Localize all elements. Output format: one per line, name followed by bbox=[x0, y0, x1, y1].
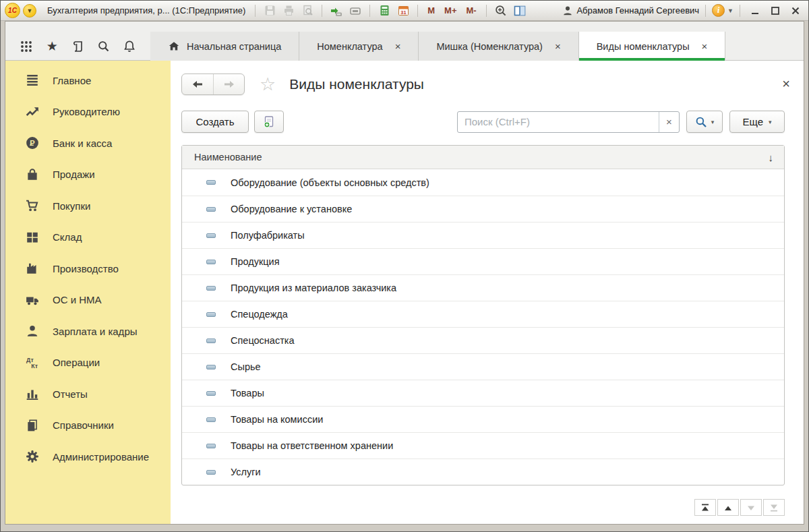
divider bbox=[255, 5, 256, 17]
apps-menu-icon[interactable] bbox=[19, 39, 34, 54]
maximize-button[interactable] bbox=[767, 3, 784, 18]
scroll-bottom-icon[interactable] bbox=[763, 499, 785, 516]
zoom-icon[interactable] bbox=[493, 3, 509, 19]
magnifier-icon bbox=[695, 116, 707, 128]
calculator-icon[interactable] bbox=[376, 3, 392, 19]
split-panel-icon[interactable] bbox=[512, 3, 528, 19]
memory-m-minus-button[interactable]: M- bbox=[463, 5, 480, 16]
sidebar-item-administration[interactable]: Администрирование bbox=[5, 441, 171, 473]
info-caret-icon[interactable]: ▼ bbox=[727, 7, 733, 14]
table-row[interactable]: Сырье bbox=[182, 353, 784, 380]
sidebar-item-fixed-assets[interactable]: ОС и НМА bbox=[5, 285, 171, 316]
row-label: Продукция bbox=[231, 256, 280, 267]
item-dash-icon bbox=[206, 286, 216, 291]
tab-nomenklatura[interactable]: Номенклатура × bbox=[299, 32, 418, 61]
print-preview-icon[interactable] bbox=[299, 3, 316, 19]
tab-home[interactable]: Начальная страница bbox=[150, 32, 299, 61]
minimize-button[interactable] bbox=[746, 3, 764, 18]
sidebar-item-sales[interactable]: Продажи bbox=[5, 159, 171, 191]
table-row[interactable]: Товары bbox=[182, 380, 784, 406]
sidebar-item-reports[interactable]: Отчеты bbox=[5, 378, 171, 410]
tab-strip: Начальная страница Номенклатура × Мишка … bbox=[150, 32, 725, 61]
search-options-button[interactable]: ▾ bbox=[686, 111, 723, 133]
item-dash-icon bbox=[206, 338, 216, 343]
window-frame: ★ Начальная страница bbox=[1, 21, 808, 531]
scroll-top-icon[interactable] bbox=[694, 499, 716, 516]
debit-credit-icon: ДтКт bbox=[26, 356, 39, 370]
favorites-star-icon[interactable]: ★ bbox=[44, 39, 59, 54]
window-title: Бухгалтерия предприятия, р... (1С:Предпр… bbox=[47, 5, 245, 16]
create-group-button[interactable] bbox=[254, 111, 284, 133]
create-button[interactable]: Создать bbox=[181, 111, 249, 133]
more-button[interactable]: Еще ▾ bbox=[729, 111, 785, 133]
sidebar-item-production[interactable]: Производство bbox=[5, 253, 171, 285]
sidebar-item-bank-cash[interactable]: Р Банк и касса bbox=[5, 127, 171, 159]
close-button[interactable] bbox=[787, 3, 804, 18]
table-row[interactable]: Спецоснастка bbox=[182, 327, 784, 353]
1c-logo: 1С bbox=[5, 3, 20, 18]
table-row[interactable]: Продукция bbox=[182, 248, 784, 274]
table-row[interactable]: Оборудование (объекты основных средств) bbox=[182, 169, 784, 196]
sidebar-item-directories[interactable]: Справочники bbox=[5, 410, 171, 442]
tab-close-icon[interactable]: × bbox=[702, 40, 708, 52]
sort-descending-icon[interactable]: ↓ bbox=[769, 152, 774, 163]
tab-close-icon[interactable]: × bbox=[395, 40, 401, 52]
table-row[interactable]: Товары на ответственном хранении bbox=[182, 432, 784, 459]
sidebar-item-warehouse[interactable]: Склад bbox=[5, 222, 171, 254]
memory-m-button[interactable]: M bbox=[424, 5, 438, 16]
scroll-down-icon[interactable] bbox=[740, 499, 762, 516]
back-button[interactable] bbox=[182, 74, 213, 94]
forward-button[interactable] bbox=[213, 74, 244, 94]
ruble-icon: Р bbox=[26, 136, 39, 150]
print-icon[interactable] bbox=[280, 3, 297, 19]
tab-close-icon[interactable]: × bbox=[555, 40, 561, 52]
trend-chart-icon bbox=[26, 105, 39, 119]
search-clear-icon[interactable]: × bbox=[659, 112, 679, 132]
tab-label: Начальная страница bbox=[187, 41, 281, 52]
column-header-name[interactable]: Наименование ↓ bbox=[182, 146, 784, 169]
form-toolbar: Создать × ▾ Еще bbox=[181, 111, 785, 133]
info-icon[interactable]: i bbox=[712, 4, 725, 17]
search-input[interactable] bbox=[458, 112, 659, 132]
sidebar-item-label: Операции bbox=[53, 357, 100, 368]
table-row[interactable]: Товары на комиссии bbox=[182, 406, 784, 432]
history-icon[interactable] bbox=[70, 39, 85, 54]
save-icon[interactable] bbox=[262, 3, 278, 19]
list-scroll-buttons bbox=[694, 499, 785, 516]
sidebar-item-manager[interactable]: Руководителю bbox=[5, 96, 171, 128]
divider bbox=[486, 5, 487, 17]
sidebar-item-operations[interactable]: ДтКт Операции bbox=[5, 347, 171, 379]
title-bar: 1С ▼ Бухгалтерия предприятия, р... (1С:П… bbox=[1, 1, 808, 21]
calendar-icon[interactable]: 31 bbox=[395, 3, 411, 19]
form-close-icon[interactable]: × bbox=[782, 77, 790, 90]
shopping-bag-icon bbox=[26, 168, 39, 181]
item-dash-icon bbox=[206, 365, 216, 370]
nomenclature-types-table: Наименование ↓ Оборудование (объекты осн… bbox=[181, 145, 785, 485]
sidebar-item-label: ОС и НМА bbox=[53, 294, 102, 305]
divider bbox=[322, 5, 322, 17]
search-icon[interactable] bbox=[96, 39, 111, 54]
tab-bar: ★ Начальная страница bbox=[5, 22, 804, 61]
tab-vidy-nomenklatury[interactable]: Виды номенклатуры × bbox=[578, 32, 726, 61]
item-dash-icon bbox=[206, 207, 216, 212]
import-file-icon[interactable] bbox=[328, 3, 344, 19]
table-row[interactable]: Продукция из материалов заказчика bbox=[182, 274, 784, 301]
tab-mishka-nomenklatura[interactable]: Мишка (Номенклатура) × bbox=[418, 32, 578, 61]
sidebar-item-salary-hr[interactable]: Зарплата и кадры bbox=[5, 316, 171, 347]
main-menu-button[interactable]: ▼ bbox=[23, 4, 36, 18]
memory-m-plus-button[interactable]: M+ bbox=[441, 5, 460, 16]
sidebar-item-purchases[interactable]: Покупки bbox=[5, 190, 171, 222]
item-dash-icon bbox=[206, 233, 216, 238]
table-row[interactable]: Оборудование к установке bbox=[182, 196, 784, 222]
notifications-bell-icon[interactable] bbox=[122, 39, 137, 54]
export-file-icon[interactable] bbox=[347, 3, 363, 19]
item-dash-icon bbox=[206, 444, 216, 448]
sidebar-item-main[interactable]: Главное bbox=[5, 65, 171, 96]
table-row[interactable]: Услуги bbox=[182, 459, 784, 485]
favorite-star-icon[interactable]: ☆ bbox=[260, 76, 276, 94]
row-label: Сырье bbox=[231, 361, 261, 372]
current-user: Абрамов Геннадий Сергеевич bbox=[562, 5, 699, 16]
table-row[interactable]: Полуфабрикаты bbox=[182, 222, 784, 248]
table-row[interactable]: Спецодежда bbox=[182, 301, 784, 327]
scroll-up-icon[interactable] bbox=[717, 499, 739, 516]
